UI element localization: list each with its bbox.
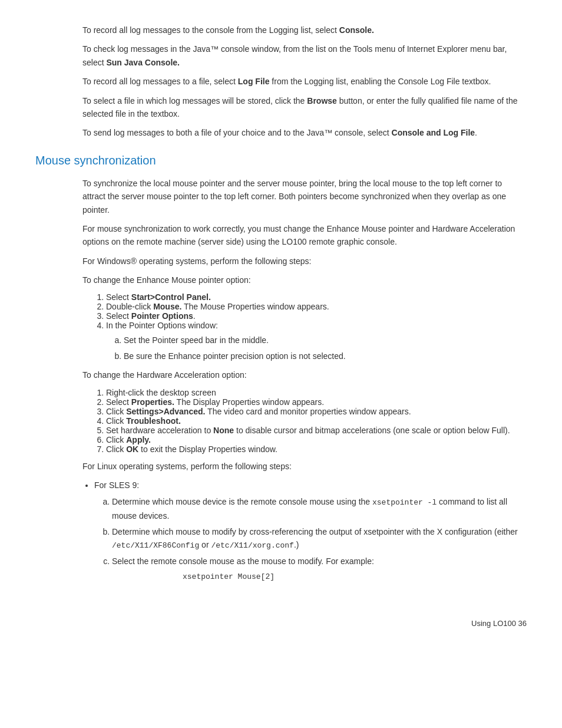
- linux-sles9-c: Select the remote console mouse as the m…: [112, 555, 527, 584]
- intro-para-5: To send log messages to both a file of y…: [35, 126, 527, 139]
- intro-para-1: To record all log messages to the consol…: [35, 24, 527, 37]
- intro-para-1-text: To record all log messages to the consol…: [82, 25, 339, 35]
- enhance-intro: To change the Enhance Mouse pointer opti…: [35, 274, 527, 286]
- enhance-steps-wrapper: Select Start>Control Panel. Double-click…: [35, 292, 527, 363]
- intro-para-3: To record all log messages to a file, se…: [35, 75, 527, 88]
- enhance-step-2: Double-click Mouse. The Mouse Properties…: [106, 302, 527, 311]
- enhance-steps-list: Select Start>Control Panel. Double-click…: [94, 292, 527, 363]
- intro-para-4-bold: Browse: [307, 96, 337, 106]
- enhance-step-1: Select Start>Control Panel.: [106, 292, 527, 302]
- hardware-step-1: Right-click the desktop screen: [106, 388, 527, 397]
- section-body-3: For Windows® operating systems, perform …: [35, 255, 527, 268]
- page-footer: Using LO100 36: [35, 619, 527, 628]
- linux-sles9-a: Determine which mouse device is the remo…: [112, 495, 527, 522]
- intro-para-4: To select a file in which log messages w…: [35, 94, 527, 121]
- intro-para-5-pre: To send log messages to both a file of y…: [82, 128, 392, 137]
- enhance-step-4: In the Pointer Options window: Set the P…: [106, 321, 527, 363]
- hardware-intro: To change the Hardware Acceleration opti…: [35, 368, 527, 381]
- linux-sles9-b: Determine which mouse to modify by cross…: [112, 525, 527, 552]
- intro-para-4-pre: To select a file in which log messages w…: [82, 96, 307, 106]
- section-heading: Mouse synchronization: [35, 154, 527, 167]
- intro-para-3-pre: To record all log messages to a file, se…: [82, 77, 238, 86]
- page-content: To record all log messages to the consol…: [35, 24, 527, 628]
- linux-sles9-sub: Determine which mouse device is the remo…: [94, 495, 527, 584]
- intro-para-5-post: .: [475, 128, 477, 137]
- hardware-steps-wrapper: Right-click the desktop screen Select Pr…: [35, 388, 527, 454]
- intro-para-3-bold: Log File: [238, 77, 270, 86]
- intro-para-3-post: from the Logging list, enabling the Cons…: [269, 77, 491, 86]
- linux-list: For SLES 9: Determine which mouse device…: [35, 479, 527, 584]
- hardware-step-4: Click Troubleshoot.: [106, 416, 527, 426]
- hardware-step-7: Click OK to exit the Display Properties …: [106, 444, 527, 454]
- footer-text: Using LO100 36: [471, 619, 527, 628]
- intro-para-1-bold: Console.: [339, 25, 374, 35]
- linux-intro: For Linux operating systems, perform the…: [35, 460, 527, 473]
- code-xsetpointer: xsetpointer -l: [372, 498, 437, 507]
- code-xorgconf: /etc/X11/xorg.conf: [211, 541, 293, 550]
- hardware-steps-list: Right-click the desktop screen Select Pr…: [94, 388, 527, 454]
- intro-para-5-bold: Console and Log File: [392, 128, 475, 137]
- enhance-sub-b: Be sure the Enhance pointer precision op…: [124, 350, 527, 363]
- section-body-2: For mouse synchronization to work correc…: [35, 222, 527, 249]
- enhance-step-3: Select Pointer Options.: [106, 311, 527, 321]
- enhance-sub-list: Set the Pointer speed bar in the middle.…: [106, 334, 527, 363]
- code-block-xsetpointer: xsetpointer Mouse[2]: [112, 571, 527, 584]
- intro-paragraphs: To record all log messages to the consol…: [35, 24, 527, 140]
- section-body-1: To synchronize the local mouse pointer a…: [35, 177, 527, 216]
- enhance-sub-a: Set the Pointer speed bar in the middle.: [124, 334, 527, 347]
- hardware-step-3: Click Settings>Advanced. The video card …: [106, 407, 527, 416]
- hardware-step-5: Set hardware acceleration to None to dis…: [106, 426, 527, 435]
- hardware-step-6: Click Apply.: [106, 435, 527, 444]
- code-xf86config: /etc/X11/XF86Config: [112, 541, 199, 550]
- linux-sles9-item: For SLES 9: Determine which mouse device…: [94, 479, 527, 584]
- intro-para-2: To check log messages in the Java™ conso…: [35, 42, 527, 69]
- hardware-step-2: Select Properties. The Display Propertie…: [106, 397, 527, 407]
- intro-para-2-bold: Sun Java Console.: [106, 58, 179, 67]
